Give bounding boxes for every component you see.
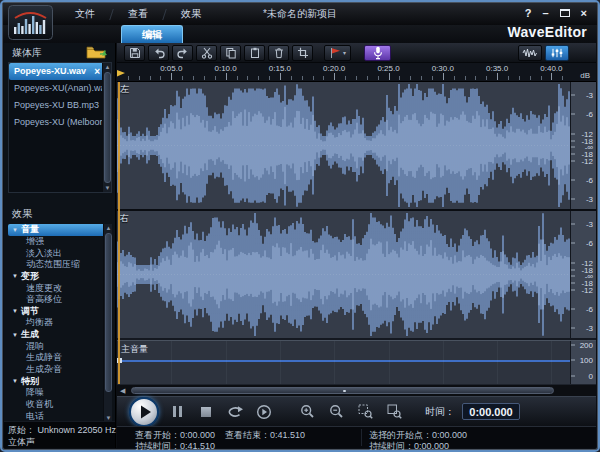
stop-button[interactable] — [195, 401, 217, 423]
time-display[interactable]: 0:00.000 — [462, 403, 520, 420]
tab-edit[interactable]: 编辑 — [121, 25, 183, 43]
ruler-tick — [410, 76, 411, 80]
db-scale-left: -3-6-12-18-∞-18-12-6-3 — [570, 82, 596, 209]
scrollbar-thumb[interactable] — [131, 387, 554, 394]
paste-button[interactable] — [244, 45, 265, 61]
collapse-arrow-icon[interactable]: ▼ — [12, 227, 18, 233]
scrollbar-thumb[interactable] — [104, 72, 111, 183]
scroll-up-icon[interactable]: ▲ — [103, 63, 112, 71]
media-file-row[interactable]: Popeyes-XU BB.mp3 — [9, 97, 111, 114]
playhead-marker[interactable] — [117, 70, 125, 80]
zoom-in-button[interactable] — [296, 401, 318, 423]
trim-button[interactable] — [292, 45, 313, 61]
import-folder-icon[interactable] — [86, 45, 110, 59]
undo-button[interactable] — [148, 45, 169, 61]
effect-label: 速度更改 — [26, 282, 62, 294]
play-button[interactable] — [129, 397, 159, 427]
zoom-out-button[interactable] — [325, 401, 347, 423]
ruler-time-label: 0:25.0 — [377, 64, 399, 73]
effect-group-音量[interactable]: ▼音量 — [8, 224, 112, 236]
effects-scrollbar[interactable]: ▲ ▼ — [103, 224, 112, 422]
grid-line — [226, 341, 227, 384]
copy-button[interactable] — [220, 45, 241, 61]
delete-button[interactable] — [268, 45, 289, 61]
effect-item-降噪[interactable]: 降噪 — [8, 387, 112, 399]
timeline-ruler[interactable]: dB 0:05.00:10.00:15.00:20.00:25.00:30.00… — [117, 63, 596, 82]
play-selection-button[interactable] — [253, 401, 275, 423]
selection-duration-value: 0:00.000 — [414, 441, 449, 451]
help-button[interactable]: ? — [525, 5, 532, 21]
media-file-row[interactable]: Popeyes-XU.wav× — [9, 63, 111, 80]
effect-item-收音机[interactable]: 收音机 — [8, 399, 112, 411]
effect-item-均衡器[interactable]: 均衡器 — [8, 317, 112, 329]
remove-file-icon[interactable]: × — [94, 63, 100, 80]
ruler-tick — [465, 76, 466, 80]
menu-item-1[interactable]: 文件 — [59, 7, 111, 21]
record-microphone-button[interactable] — [364, 45, 391, 61]
ruler-tick — [551, 73, 552, 80]
effect-item-动态范围压缩[interactable]: 动态范围压缩 — [8, 259, 112, 271]
view-end-label: 查看结束： — [225, 430, 270, 440]
effect-item-生成杂音[interactable]: 生成杂音 — [8, 364, 112, 376]
zoom-fit-button[interactable] — [383, 401, 405, 423]
redo-button[interactable] — [172, 45, 193, 61]
flag-dropdown-icon[interactable]: ▾ — [343, 49, 346, 56]
status-bar: 查看开始：0:00.000查看结束：0:41.510 持续时间：0:41.510… — [117, 426, 596, 448]
pause-button[interactable] — [166, 401, 188, 423]
minimize-button[interactable]: – — [542, 5, 548, 21]
scrollbar-thumb[interactable] — [105, 233, 112, 392]
zoom-selection-button[interactable] — [354, 401, 376, 423]
waveform-left[interactable] — [117, 82, 572, 209]
effect-group-特别[interactable]: ▼特别 — [8, 375, 112, 387]
master-volume-lane[interactable]: 主音量 2001000 — [117, 340, 596, 384]
ruler-tick — [128, 76, 129, 80]
save-button[interactable] — [124, 45, 145, 61]
close-button[interactable]: × — [581, 5, 587, 21]
collapse-arrow-icon[interactable]: ▼ — [12, 378, 18, 384]
media-file-row[interactable]: Popeyes-XU (Melboorn... — [9, 114, 111, 131]
waveeditor-window: 文件查看效果 *未命名的新项目 ? – × — [0, 0, 600, 452]
mixer-view-button[interactable] — [545, 45, 569, 61]
collapse-arrow-icon[interactable]: ▼ — [12, 332, 18, 338]
loop-button[interactable] — [224, 401, 246, 423]
collapse-arrow-icon[interactable]: ▼ — [12, 273, 18, 279]
volume-envelope-line[interactable] — [117, 360, 570, 362]
horizontal-scrollbar[interactable]: ◀ — [117, 384, 596, 396]
waveform-channel-left[interactable]: 左 -3-6-12-18-∞-18-12-6-3 — [117, 82, 596, 209]
menu-item-2[interactable]: 查看 — [112, 7, 164, 21]
effect-item-淡入淡出[interactable]: 淡入淡出 — [8, 247, 112, 259]
waveform-channel-right[interactable]: 右 -3-6-12-18-∞-18-12-6-3 — [117, 211, 596, 338]
db-tick-mark — [571, 160, 575, 161]
cut-button[interactable] — [196, 45, 217, 61]
grid-line — [551, 341, 552, 384]
effect-label: 音高移位 — [26, 294, 62, 306]
effect-group-变形[interactable]: ▼变形 — [8, 271, 112, 283]
ruler-tick — [247, 76, 248, 80]
effect-item-速度更改[interactable]: 速度更改 — [8, 282, 112, 294]
menu-item-3[interactable]: 效果 — [165, 7, 217, 21]
scroll-down-icon[interactable]: ▼ — [103, 184, 112, 192]
playhead-line[interactable] — [118, 82, 120, 384]
effect-group-生成[interactable]: ▼生成 — [8, 329, 112, 341]
scroll-up-icon[interactable]: ▲ — [104, 224, 113, 232]
media-file-row[interactable]: Popeyes-XU(Anan).wav — [9, 80, 111, 97]
effect-item-音高移位[interactable]: 音高移位 — [8, 294, 112, 306]
ruler-tick — [280, 73, 281, 80]
ruler-tick — [421, 76, 422, 80]
waveform-right[interactable] — [117, 211, 572, 338]
effect-item-混响[interactable]: 混响 — [8, 340, 112, 352]
status-separator — [361, 429, 362, 446]
media-file-name: Popeyes-XU BB.mp3 — [14, 100, 99, 110]
media-list-scrollbar[interactable]: ▲ ▼ — [102, 63, 111, 192]
ruler-tick — [541, 76, 542, 80]
db-tick-mark — [571, 134, 575, 135]
collapse-arrow-icon[interactable]: ▼ — [12, 308, 18, 314]
maximize-button[interactable] — [560, 9, 570, 17]
effect-item-增强[interactable]: 增强 — [8, 236, 112, 248]
marker-flag-button[interactable]: ▾ — [324, 45, 351, 61]
effect-item-生成静音[interactable]: 生成静音 — [8, 352, 112, 364]
waveform-view-button[interactable] — [518, 45, 542, 61]
selection-duration-label: 持续时间： — [369, 441, 414, 451]
effect-group-调节[interactable]: ▼调节 — [8, 305, 112, 317]
ruler-tick — [215, 76, 216, 80]
